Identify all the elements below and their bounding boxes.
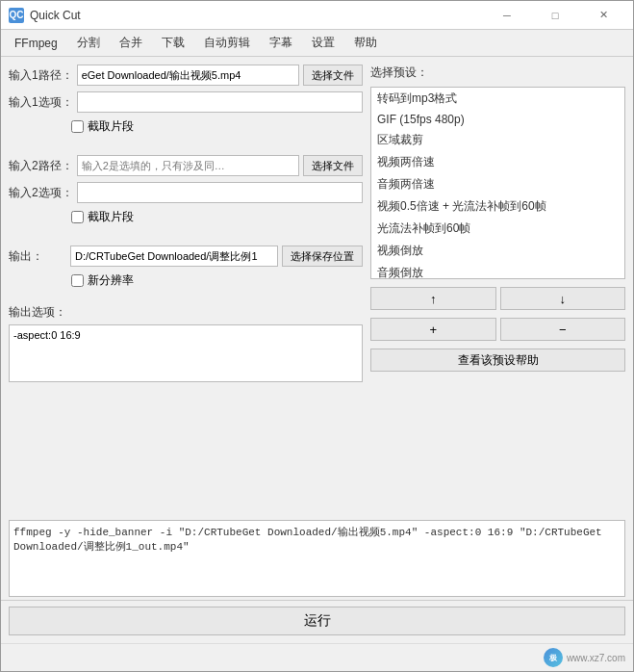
output-options-section: 输出选项： <box>9 300 363 382</box>
input2-clip-checkbox[interactable] <box>71 211 84 223</box>
right-panel: 选择预设： 转码到mp3格式GIF (15fps 480p)区域裁剪视频两倍速音… <box>370 65 625 512</box>
watermark: 极 www.xz7.com <box>544 648 625 667</box>
preset-item-mp3[interactable]: 转码到mp3格式 <box>371 88 624 110</box>
menu-item-ffmpeg[interactable]: FFmpeg <box>5 33 67 54</box>
new-resolution-checkbox[interactable] <box>71 274 84 287</box>
preset-remove-button[interactable]: − <box>500 318 626 341</box>
preset-add-button[interactable]: + <box>370 318 496 341</box>
new-resolution-label: 新分辨率 <box>88 272 134 289</box>
input2-options-input[interactable] <box>77 182 363 203</box>
input1-options-row: 输入1选项： <box>9 91 363 113</box>
input2-options-label: 输入2选项： <box>9 185 73 201</box>
input1-path-label: 输入1路径： <box>9 67 73 84</box>
menu-item-subtitle[interactable]: 字幕 <box>260 31 302 55</box>
output-options-label: 输出选项： <box>9 304 363 321</box>
command-textarea[interactable] <box>9 520 625 597</box>
input2-path-row: 输入2路径： 选择文件 <box>9 155 363 176</box>
left-panel: 输入1路径： 选择文件 输入1选项： 截取片段 输入2路径： 选择文件 <box>9 65 363 512</box>
menu-item-help[interactable]: 帮助 <box>344 31 387 55</box>
output-path-label: 输出： <box>9 248 66 265</box>
titlebar: QC Quick Cut ─ □ ✕ <box>1 1 633 30</box>
input2-path-label: 输入2路径： <box>9 158 73 174</box>
preset-item-slow60[interactable]: 视频0.5倍速 + 光流法补帧到60帧 <box>371 195 624 218</box>
menu-item-merge[interactable]: 合并 <box>110 31 152 55</box>
maximize-button[interactable]: □ <box>533 1 577 30</box>
preset-add-buttons: + − <box>370 318 625 341</box>
preset-help-button[interactable]: 查看该预设帮助 <box>370 349 625 372</box>
menu-item-split[interactable]: 分割 <box>67 31 110 55</box>
preset-item-audio2x[interactable]: 音频两倍速 <box>371 173 624 195</box>
preset-list[interactable]: 转码到mp3格式GIF (15fps 480p)区域裁剪视频两倍速音频两倍速视频… <box>370 87 625 279</box>
menu-item-download[interactable]: 下载 <box>152 31 194 55</box>
input1-clip-label: 截取片段 <box>88 118 134 135</box>
app-title: Quick Cut <box>30 9 485 22</box>
run-button[interactable]: 运行 <box>9 607 625 635</box>
output-options-textarea[interactable] <box>9 324 363 382</box>
input1-path-row: 输入1路径： 选择文件 <box>9 65 363 86</box>
app-window: QC Quick Cut ─ □ ✕ FFmpeg分割合并下载自动剪辑字幕设置帮… <box>0 0 634 672</box>
input1-choose-button[interactable]: 选择文件 <box>303 65 363 86</box>
menubar: FFmpeg分割合并下载自动剪辑字幕设置帮助 <box>1 30 633 57</box>
menu-item-settings[interactable]: 设置 <box>302 31 344 55</box>
main-content: 输入1路径： 选择文件 输入1选项： 截取片段 输入2路径： 选择文件 <box>1 57 633 520</box>
preset-label: 选择预设： <box>370 65 625 81</box>
run-area: 运行 <box>1 600 633 643</box>
menu-item-auto-edit[interactable]: 自动剪辑 <box>194 31 260 55</box>
input2-path-input[interactable] <box>77 155 299 176</box>
new-resolution-row: 新分辨率 <box>71 272 363 289</box>
preset-up-button[interactable]: ↑ <box>370 287 496 310</box>
preset-item-crop[interactable]: 区域裁剪 <box>371 129 624 151</box>
preset-move-buttons: ↑ ↓ <box>370 287 625 310</box>
watermark-logo-icon: 极 <box>544 648 563 667</box>
input1-options-input[interactable] <box>77 91 363 113</box>
preset-item-gif[interactable]: GIF (15fps 480p) <box>371 110 624 129</box>
app-icon: QC <box>9 8 24 23</box>
output-path-row: 输出： 选择保存位置 <box>9 246 363 267</box>
command-area <box>9 520 625 600</box>
window-controls: ─ □ ✕ <box>485 1 625 30</box>
output-choose-button[interactable]: 选择保存位置 <box>282 246 363 267</box>
input1-clip-checkbox[interactable] <box>71 120 84 133</box>
bottom-bar: 极 www.xz7.com <box>1 643 633 671</box>
input1-clip-row: 截取片段 <box>71 118 363 135</box>
output-path-input[interactable] <box>70 246 278 267</box>
preset-down-button[interactable]: ↓ <box>500 287 626 310</box>
input2-choose-button[interactable]: 选择文件 <box>303 155 363 176</box>
input2-options-row: 输入2选项： <box>9 182 363 203</box>
preset-item-flow60[interactable]: 光流法补帧到60帧 <box>371 218 624 240</box>
minimize-button[interactable]: ─ <box>485 1 529 30</box>
input2-clip-row: 截取片段 <box>71 209 363 225</box>
preset-item-reverse[interactable]: 视频倒放 <box>371 240 624 262</box>
preset-item-audioreverse[interactable]: 音频倒放 <box>371 262 624 279</box>
input2-clip-label: 截取片段 <box>88 209 134 225</box>
watermark-site: www.xz7.com <box>567 653 625 663</box>
close-button[interactable]: ✕ <box>581 1 625 30</box>
preset-item-2x[interactable]: 视频两倍速 <box>371 151 624 173</box>
input1-path-input[interactable] <box>77 65 299 86</box>
input1-options-label: 输入1选项： <box>9 94 73 111</box>
